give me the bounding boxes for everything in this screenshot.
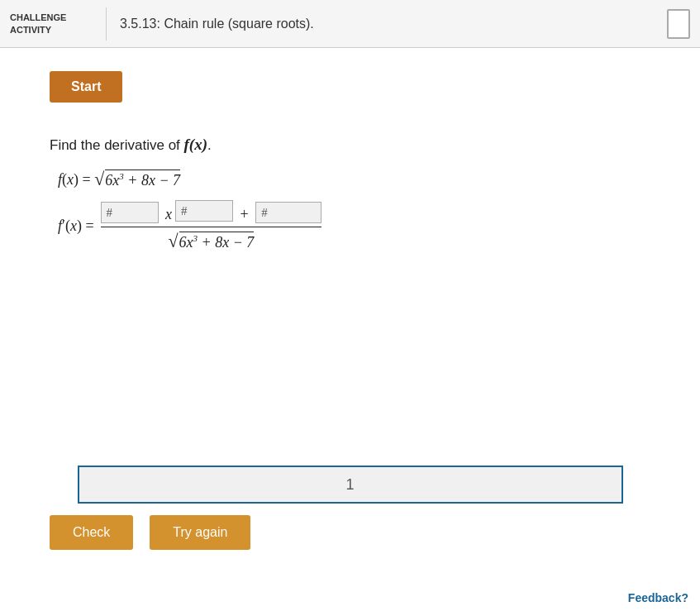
fraction: # x # + # √ 6x3 + 8x − 7 [101,200,322,252]
header-divider [106,7,107,41]
num-top: # [175,200,233,223]
denom-sqrt-content: 6x3 + 8x − 7 [179,232,255,251]
sqrt-content: 6x3 + 8x − 7 [105,170,180,189]
feedback-link[interactable]: Feedback? [628,591,688,604]
try-again-button[interactable]: Try again [150,515,250,550]
check-button[interactable]: Check [50,515,133,550]
bookmark-icon[interactable] [667,9,690,39]
input-coefficient[interactable]: # [101,202,159,223]
page-title: 3.5.13: Chain rule (square roots). [120,17,314,31]
math-block: f(x) = √ 6x3 + 8x − 7 f′(x) = # x # [58,169,650,252]
derivative-display: f′(x) = # x # + # √ [58,200,650,252]
fprime-label: f′(x) = [58,217,94,235]
input-constant[interactable]: # [255,202,321,223]
input-exponent[interactable]: # [175,200,233,222]
header: CHALLENGE ACTIVITY 3.5.13: Chain rule (s… [0,0,700,48]
answer-input[interactable]: 1 [78,466,623,504]
challenge-activity-label: CHALLENGE ACTIVITY [10,12,93,36]
answer-area: 1 Check Try again [50,466,650,550]
problem-instruction: Find the derivative of f(x). [50,136,650,154]
start-button[interactable]: Start [50,71,122,103]
denominator: √ 6x3 + 8x − 7 [168,227,254,252]
action-buttons: Check Try again [50,515,650,550]
main-content: Start Find the derivative of f(x). f(x) … [0,48,700,252]
function-display: f(x) = √ 6x3 + 8x − 7 [58,169,650,190]
denom-sqrt-symbol: √ [168,231,178,252]
sqrt-symbol: √ [94,169,104,190]
numerator: # x # + # [101,200,322,227]
fx-label: f(x) [184,136,207,153]
